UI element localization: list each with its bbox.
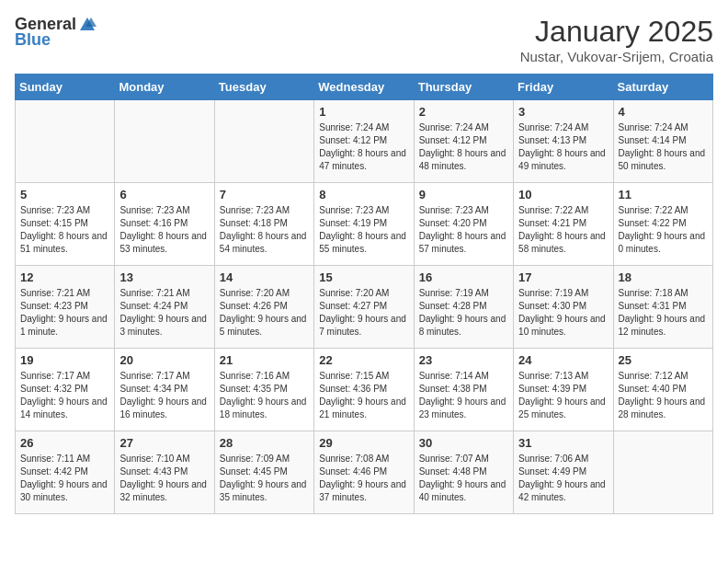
day-info: Sunrise: 7:23 AM Sunset: 4:15 PM Dayligh… <box>20 204 109 256</box>
day-info: Sunrise: 7:24 AM Sunset: 4:13 PM Dayligh… <box>518 121 608 173</box>
calendar-cell: 12Sunrise: 7:21 AM Sunset: 4:23 PM Dayli… <box>16 266 115 349</box>
calendar-cell: 20Sunrise: 7:17 AM Sunset: 4:34 PM Dayli… <box>115 349 214 431</box>
day-number: 28 <box>220 436 309 450</box>
day-number: 23 <box>419 353 508 367</box>
calendar-cell: 10Sunrise: 7:22 AM Sunset: 4:21 PM Dayli… <box>514 183 613 266</box>
location: Nustar, Vukovar-Srijem, Croatia <box>520 49 713 64</box>
calendar-cell <box>613 431 712 514</box>
calendar-cell: 19Sunrise: 7:17 AM Sunset: 4:32 PM Dayli… <box>16 349 115 431</box>
day-info: Sunrise: 7:12 AM Sunset: 4:40 PM Dayligh… <box>619 370 708 421</box>
calendar-cell: 28Sunrise: 7:09 AM Sunset: 4:45 PM Dayli… <box>214 431 313 514</box>
day-info: Sunrise: 7:21 AM Sunset: 4:23 PM Dayligh… <box>20 287 109 339</box>
calendar-cell: 22Sunrise: 7:15 AM Sunset: 4:36 PM Dayli… <box>314 349 414 431</box>
day-number: 26 <box>20 436 109 450</box>
day-number: 22 <box>319 353 408 367</box>
calendar-cell: 23Sunrise: 7:14 AM Sunset: 4:38 PM Dayli… <box>414 349 513 431</box>
calendar-week-row: 19Sunrise: 7:17 AM Sunset: 4:32 PM Dayli… <box>16 349 713 431</box>
day-info: Sunrise: 7:14 AM Sunset: 4:38 PM Dayligh… <box>419 370 508 421</box>
calendar-cell: 30Sunrise: 7:07 AM Sunset: 4:48 PM Dayli… <box>414 431 513 514</box>
day-of-week-header: Sunday <box>16 75 115 100</box>
day-info: Sunrise: 7:08 AM Sunset: 4:46 PM Dayligh… <box>319 453 408 504</box>
calendar-cell: 21Sunrise: 7:16 AM Sunset: 4:35 PM Dayli… <box>214 349 313 431</box>
day-number: 14 <box>220 270 309 284</box>
day-info: Sunrise: 7:20 AM Sunset: 4:27 PM Dayligh… <box>319 287 408 339</box>
calendar-cell: 18Sunrise: 7:18 AM Sunset: 4:31 PM Dayli… <box>613 266 712 349</box>
calendar-table: SundayMondayTuesdayWednesdayThursdayFrid… <box>15 74 713 514</box>
day-of-week-header: Tuesday <box>214 75 313 100</box>
calendar-cell: 31Sunrise: 7:06 AM Sunset: 4:49 PM Dayli… <box>514 431 613 514</box>
calendar-cell: 27Sunrise: 7:10 AM Sunset: 4:43 PM Dayli… <box>115 431 214 514</box>
day-info: Sunrise: 7:06 AM Sunset: 4:49 PM Dayligh… <box>518 453 608 504</box>
calendar-cell: 6Sunrise: 7:23 AM Sunset: 4:16 PM Daylig… <box>115 183 214 266</box>
day-info: Sunrise: 7:17 AM Sunset: 4:34 PM Dayligh… <box>119 370 209 421</box>
calendar-cell: 8Sunrise: 7:23 AM Sunset: 4:19 PM Daylig… <box>314 183 414 266</box>
title-block: January 2025 Nustar, Vukovar-Srijem, Cro… <box>520 15 713 64</box>
calendar-header-row: SundayMondayTuesdayWednesdayThursdayFrid… <box>16 75 713 100</box>
calendar-cell <box>214 100 313 183</box>
day-info: Sunrise: 7:19 AM Sunset: 4:28 PM Dayligh… <box>419 287 508 339</box>
day-of-week-header: Monday <box>115 75 214 100</box>
day-info: Sunrise: 7:18 AM Sunset: 4:31 PM Dayligh… <box>619 287 708 339</box>
calendar-cell: 7Sunrise: 7:23 AM Sunset: 4:18 PM Daylig… <box>214 183 313 266</box>
calendar-cell: 24Sunrise: 7:13 AM Sunset: 4:39 PM Dayli… <box>514 349 613 431</box>
logo-icon <box>78 16 97 34</box>
day-number: 7 <box>220 188 309 201</box>
day-info: Sunrise: 7:23 AM Sunset: 4:19 PM Dayligh… <box>319 204 408 256</box>
month-title: January 2025 <box>520 15 713 49</box>
day-number: 9 <box>419 188 508 201</box>
day-of-week-header: Friday <box>514 75 613 100</box>
day-number: 31 <box>518 436 608 450</box>
day-of-week-header: Thursday <box>414 75 513 100</box>
calendar-body: 1Sunrise: 7:24 AM Sunset: 4:12 PM Daylig… <box>16 100 713 514</box>
day-number: 29 <box>319 436 408 450</box>
day-number: 20 <box>119 353 209 367</box>
day-number: 12 <box>20 270 109 284</box>
day-number: 6 <box>119 188 209 201</box>
calendar-cell: 14Sunrise: 7:20 AM Sunset: 4:26 PM Dayli… <box>214 266 313 349</box>
day-number: 18 <box>619 270 708 284</box>
calendar-cell: 9Sunrise: 7:23 AM Sunset: 4:20 PM Daylig… <box>414 183 513 266</box>
day-number: 21 <box>220 353 309 367</box>
calendar-week-row: 1Sunrise: 7:24 AM Sunset: 4:12 PM Daylig… <box>16 100 713 183</box>
day-info: Sunrise: 7:24 AM Sunset: 4:12 PM Dayligh… <box>419 121 508 173</box>
day-number: 30 <box>419 436 508 450</box>
day-info: Sunrise: 7:16 AM Sunset: 4:35 PM Dayligh… <box>220 370 309 421</box>
day-info: Sunrise: 7:13 AM Sunset: 4:39 PM Dayligh… <box>518 370 608 421</box>
day-number: 1 <box>319 105 408 119</box>
day-of-week-header: Wednesday <box>314 75 414 100</box>
day-number: 16 <box>419 270 508 284</box>
calendar-week-row: 5Sunrise: 7:23 AM Sunset: 4:15 PM Daylig… <box>16 183 713 266</box>
page-header: General Blue January 2025 Nustar, Vukova… <box>15 15 713 64</box>
calendar-cell: 1Sunrise: 7:24 AM Sunset: 4:12 PM Daylig… <box>314 100 414 183</box>
calendar-cell <box>16 100 115 183</box>
day-info: Sunrise: 7:10 AM Sunset: 4:43 PM Dayligh… <box>119 453 209 504</box>
day-info: Sunrise: 7:19 AM Sunset: 4:30 PM Dayligh… <box>518 287 608 339</box>
day-info: Sunrise: 7:15 AM Sunset: 4:36 PM Dayligh… <box>319 370 408 421</box>
day-number: 17 <box>518 270 608 284</box>
day-number: 8 <box>319 188 408 201</box>
day-number: 24 <box>518 353 608 367</box>
calendar-cell: 5Sunrise: 7:23 AM Sunset: 4:15 PM Daylig… <box>16 183 115 266</box>
day-number: 11 <box>619 188 708 201</box>
day-number: 19 <box>20 353 109 367</box>
day-info: Sunrise: 7:23 AM Sunset: 4:16 PM Dayligh… <box>119 204 209 256</box>
calendar-week-row: 26Sunrise: 7:11 AM Sunset: 4:42 PM Dayli… <box>16 431 713 514</box>
day-info: Sunrise: 7:21 AM Sunset: 4:24 PM Dayligh… <box>119 287 209 339</box>
calendar-cell: 26Sunrise: 7:11 AM Sunset: 4:42 PM Dayli… <box>16 431 115 514</box>
calendar-cell: 16Sunrise: 7:19 AM Sunset: 4:28 PM Dayli… <box>414 266 513 349</box>
day-info: Sunrise: 7:24 AM Sunset: 4:12 PM Dayligh… <box>319 121 408 173</box>
day-info: Sunrise: 7:07 AM Sunset: 4:48 PM Dayligh… <box>419 453 508 504</box>
calendar-cell: 15Sunrise: 7:20 AM Sunset: 4:27 PM Dayli… <box>314 266 414 349</box>
day-number: 27 <box>119 436 209 450</box>
day-info: Sunrise: 7:22 AM Sunset: 4:21 PM Dayligh… <box>518 204 608 256</box>
calendar-cell: 4Sunrise: 7:24 AM Sunset: 4:14 PM Daylig… <box>613 100 712 183</box>
day-info: Sunrise: 7:09 AM Sunset: 4:45 PM Dayligh… <box>220 453 309 504</box>
calendar-cell: 29Sunrise: 7:08 AM Sunset: 4:46 PM Dayli… <box>314 431 414 514</box>
day-number: 25 <box>619 353 708 367</box>
day-info: Sunrise: 7:23 AM Sunset: 4:18 PM Dayligh… <box>220 204 309 256</box>
day-number: 10 <box>518 188 608 201</box>
day-info: Sunrise: 7:22 AM Sunset: 4:22 PM Dayligh… <box>619 204 708 256</box>
day-of-week-header: Saturday <box>613 75 712 100</box>
calendar-cell <box>115 100 214 183</box>
calendar-week-row: 12Sunrise: 7:21 AM Sunset: 4:23 PM Dayli… <box>16 266 713 349</box>
